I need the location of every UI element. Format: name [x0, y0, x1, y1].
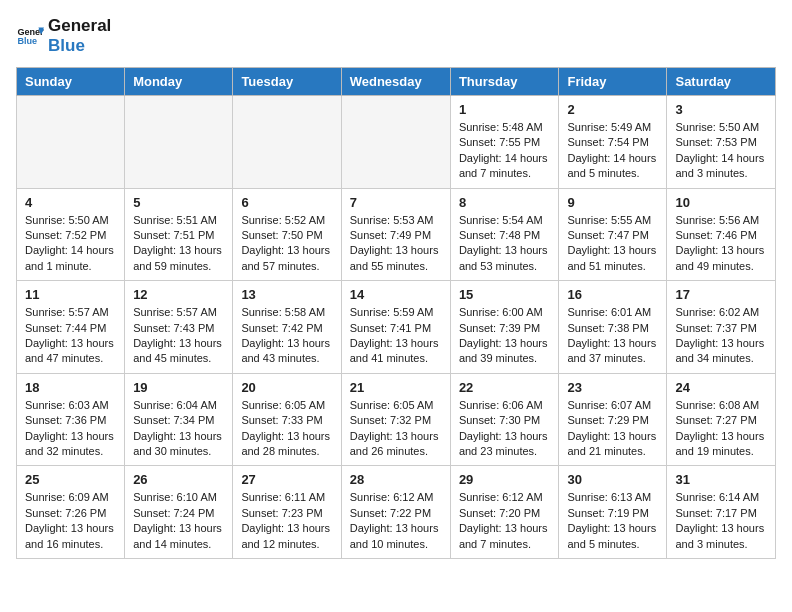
week-row-3: 11Sunrise: 5:57 AM Sunset: 7:44 PM Dayli…	[17, 281, 776, 374]
day-info: Sunrise: 6:12 AM Sunset: 7:20 PM Dayligh…	[459, 490, 551, 552]
day-number: 2	[567, 102, 658, 117]
calendar-cell: 4Sunrise: 5:50 AM Sunset: 7:52 PM Daylig…	[17, 188, 125, 281]
day-info: Sunrise: 5:50 AM Sunset: 7:53 PM Dayligh…	[675, 120, 767, 182]
calendar-cell: 23Sunrise: 6:07 AM Sunset: 7:29 PM Dayli…	[559, 373, 667, 466]
day-info: Sunrise: 6:14 AM Sunset: 7:17 PM Dayligh…	[675, 490, 767, 552]
day-number: 26	[133, 472, 224, 487]
day-info: Sunrise: 5:49 AM Sunset: 7:54 PM Dayligh…	[567, 120, 658, 182]
calendar-cell: 10Sunrise: 5:56 AM Sunset: 7:46 PM Dayli…	[667, 188, 776, 281]
logo-icon: General Blue	[16, 22, 44, 50]
day-number: 21	[350, 380, 442, 395]
logo: General Blue General Blue	[16, 16, 111, 55]
calendar-cell: 29Sunrise: 6:12 AM Sunset: 7:20 PM Dayli…	[450, 466, 559, 559]
day-number: 28	[350, 472, 442, 487]
day-number: 23	[567, 380, 658, 395]
col-header-wednesday: Wednesday	[341, 68, 450, 96]
calendar-cell: 1Sunrise: 5:48 AM Sunset: 7:55 PM Daylig…	[450, 96, 559, 189]
calendar-cell: 22Sunrise: 6:06 AM Sunset: 7:30 PM Dayli…	[450, 373, 559, 466]
calendar-cell: 21Sunrise: 6:05 AM Sunset: 7:32 PM Dayli…	[341, 373, 450, 466]
calendar-cell: 15Sunrise: 6:00 AM Sunset: 7:39 PM Dayli…	[450, 281, 559, 374]
day-number: 15	[459, 287, 551, 302]
week-row-4: 18Sunrise: 6:03 AM Sunset: 7:36 PM Dayli…	[17, 373, 776, 466]
day-info: Sunrise: 5:51 AM Sunset: 7:51 PM Dayligh…	[133, 213, 224, 275]
day-info: Sunrise: 5:52 AM Sunset: 7:50 PM Dayligh…	[241, 213, 332, 275]
day-number: 18	[25, 380, 116, 395]
day-info: Sunrise: 5:53 AM Sunset: 7:49 PM Dayligh…	[350, 213, 442, 275]
day-number: 12	[133, 287, 224, 302]
day-info: Sunrise: 6:07 AM Sunset: 7:29 PM Dayligh…	[567, 398, 658, 460]
calendar-cell	[341, 96, 450, 189]
day-info: Sunrise: 5:59 AM Sunset: 7:41 PM Dayligh…	[350, 305, 442, 367]
day-info: Sunrise: 5:55 AM Sunset: 7:47 PM Dayligh…	[567, 213, 658, 275]
calendar-cell: 30Sunrise: 6:13 AM Sunset: 7:19 PM Dayli…	[559, 466, 667, 559]
logo-text: General Blue	[48, 16, 111, 55]
calendar-cell: 27Sunrise: 6:11 AM Sunset: 7:23 PM Dayli…	[233, 466, 341, 559]
day-number: 7	[350, 195, 442, 210]
day-info: Sunrise: 6:08 AM Sunset: 7:27 PM Dayligh…	[675, 398, 767, 460]
day-info: Sunrise: 5:54 AM Sunset: 7:48 PM Dayligh…	[459, 213, 551, 275]
week-row-1: 1Sunrise: 5:48 AM Sunset: 7:55 PM Daylig…	[17, 96, 776, 189]
calendar-cell: 18Sunrise: 6:03 AM Sunset: 7:36 PM Dayli…	[17, 373, 125, 466]
day-info: Sunrise: 6:06 AM Sunset: 7:30 PM Dayligh…	[459, 398, 551, 460]
day-number: 25	[25, 472, 116, 487]
day-info: Sunrise: 6:00 AM Sunset: 7:39 PM Dayligh…	[459, 305, 551, 367]
day-number: 19	[133, 380, 224, 395]
day-number: 16	[567, 287, 658, 302]
day-info: Sunrise: 5:57 AM Sunset: 7:43 PM Dayligh…	[133, 305, 224, 367]
day-number: 4	[25, 195, 116, 210]
day-info: Sunrise: 6:02 AM Sunset: 7:37 PM Dayligh…	[675, 305, 767, 367]
col-header-monday: Monday	[125, 68, 233, 96]
calendar-cell: 12Sunrise: 5:57 AM Sunset: 7:43 PM Dayli…	[125, 281, 233, 374]
day-info: Sunrise: 6:12 AM Sunset: 7:22 PM Dayligh…	[350, 490, 442, 552]
calendar-cell: 2Sunrise: 5:49 AM Sunset: 7:54 PM Daylig…	[559, 96, 667, 189]
page-header: General Blue General Blue	[16, 16, 776, 55]
calendar-cell: 19Sunrise: 6:04 AM Sunset: 7:34 PM Dayli…	[125, 373, 233, 466]
day-number: 5	[133, 195, 224, 210]
col-header-saturday: Saturday	[667, 68, 776, 96]
day-number: 6	[241, 195, 332, 210]
calendar-header-row: SundayMondayTuesdayWednesdayThursdayFrid…	[17, 68, 776, 96]
day-number: 27	[241, 472, 332, 487]
calendar-cell: 28Sunrise: 6:12 AM Sunset: 7:22 PM Dayli…	[341, 466, 450, 559]
day-number: 20	[241, 380, 332, 395]
calendar-cell: 17Sunrise: 6:02 AM Sunset: 7:37 PM Dayli…	[667, 281, 776, 374]
day-info: Sunrise: 6:05 AM Sunset: 7:33 PM Dayligh…	[241, 398, 332, 460]
day-info: Sunrise: 6:03 AM Sunset: 7:36 PM Dayligh…	[25, 398, 116, 460]
calendar-cell: 14Sunrise: 5:59 AM Sunset: 7:41 PM Dayli…	[341, 281, 450, 374]
day-number: 10	[675, 195, 767, 210]
calendar-cell: 5Sunrise: 5:51 AM Sunset: 7:51 PM Daylig…	[125, 188, 233, 281]
calendar-cell: 26Sunrise: 6:10 AM Sunset: 7:24 PM Dayli…	[125, 466, 233, 559]
day-info: Sunrise: 5:48 AM Sunset: 7:55 PM Dayligh…	[459, 120, 551, 182]
week-row-2: 4Sunrise: 5:50 AM Sunset: 7:52 PM Daylig…	[17, 188, 776, 281]
calendar-cell	[17, 96, 125, 189]
calendar-cell: 9Sunrise: 5:55 AM Sunset: 7:47 PM Daylig…	[559, 188, 667, 281]
calendar-cell: 25Sunrise: 6:09 AM Sunset: 7:26 PM Dayli…	[17, 466, 125, 559]
day-info: Sunrise: 5:58 AM Sunset: 7:42 PM Dayligh…	[241, 305, 332, 367]
day-number: 9	[567, 195, 658, 210]
day-info: Sunrise: 6:04 AM Sunset: 7:34 PM Dayligh…	[133, 398, 224, 460]
calendar-cell: 16Sunrise: 6:01 AM Sunset: 7:38 PM Dayli…	[559, 281, 667, 374]
day-number: 11	[25, 287, 116, 302]
calendar-cell: 3Sunrise: 5:50 AM Sunset: 7:53 PM Daylig…	[667, 96, 776, 189]
day-number: 30	[567, 472, 658, 487]
calendar-cell: 8Sunrise: 5:54 AM Sunset: 7:48 PM Daylig…	[450, 188, 559, 281]
calendar-cell: 24Sunrise: 6:08 AM Sunset: 7:27 PM Dayli…	[667, 373, 776, 466]
day-number: 8	[459, 195, 551, 210]
calendar-cell: 6Sunrise: 5:52 AM Sunset: 7:50 PM Daylig…	[233, 188, 341, 281]
col-header-friday: Friday	[559, 68, 667, 96]
week-row-5: 25Sunrise: 6:09 AM Sunset: 7:26 PM Dayli…	[17, 466, 776, 559]
day-number: 31	[675, 472, 767, 487]
calendar-cell: 31Sunrise: 6:14 AM Sunset: 7:17 PM Dayli…	[667, 466, 776, 559]
col-header-sunday: Sunday	[17, 68, 125, 96]
day-number: 3	[675, 102, 767, 117]
svg-text:Blue: Blue	[17, 36, 37, 46]
day-number: 22	[459, 380, 551, 395]
day-number: 17	[675, 287, 767, 302]
calendar-cell: 11Sunrise: 5:57 AM Sunset: 7:44 PM Dayli…	[17, 281, 125, 374]
day-info: Sunrise: 5:57 AM Sunset: 7:44 PM Dayligh…	[25, 305, 116, 367]
day-number: 14	[350, 287, 442, 302]
calendar-table: SundayMondayTuesdayWednesdayThursdayFrid…	[16, 67, 776, 559]
day-info: Sunrise: 6:11 AM Sunset: 7:23 PM Dayligh…	[241, 490, 332, 552]
calendar-cell	[125, 96, 233, 189]
day-number: 1	[459, 102, 551, 117]
